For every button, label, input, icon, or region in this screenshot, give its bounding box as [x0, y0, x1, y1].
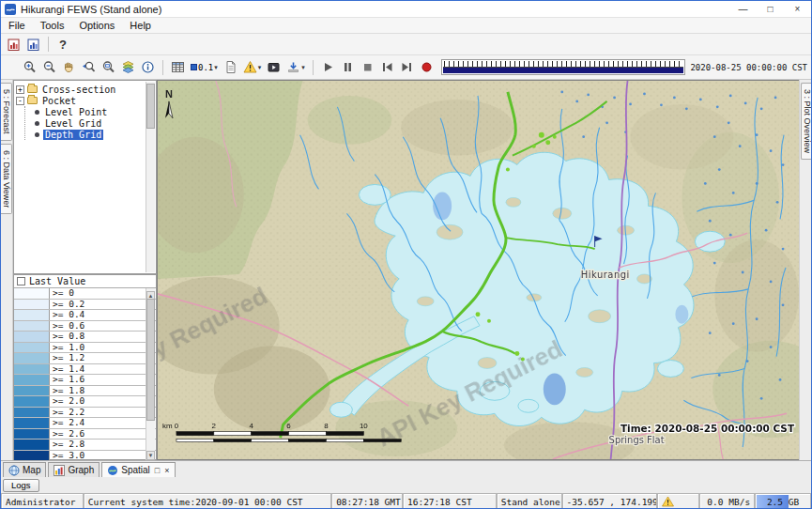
scrollbar-thumb[interactable]: [146, 84, 155, 129]
pause-button[interactable]: [338, 58, 358, 77]
legend-row[interactable]: >= 0.8: [14, 332, 156, 343]
tab-data-viewer[interactable]: 6 : Data Viewer: [1, 144, 12, 214]
menu-tools[interactable]: Tools: [33, 20, 72, 31]
menu-file[interactable]: File: [1, 20, 33, 31]
stop-button[interactable]: [358, 58, 377, 77]
step-back-icon: [380, 60, 394, 74]
warning-dropdown[interactable]: ▾: [240, 58, 265, 77]
tree-item-level-point[interactable]: Level Point: [33, 106, 154, 117]
document-button[interactable]: [221, 58, 240, 77]
spatial-restore-button[interactable]: □: [155, 466, 160, 475]
tab-spatial-label: Spatial: [121, 465, 150, 475]
legend-row[interactable]: >= 2.8: [14, 440, 156, 451]
map-canvas[interactable]: API Key Required API Key Required Hikura…: [158, 81, 800, 459]
export-dropdown[interactable]: ▾: [283, 58, 308, 77]
legend-row[interactable]: >= 2.2: [14, 408, 156, 419]
step-back-button[interactable]: [377, 58, 397, 77]
expand-icon[interactable]: +: [16, 85, 24, 94]
tree-item-level-grid[interactable]: Level Grid: [33, 117, 154, 129]
grid-icon: [171, 60, 185, 74]
animation-button[interactable]: [264, 58, 283, 77]
tab-plot-overview[interactable]: 3 : Plot Overview: [801, 83, 812, 160]
menu-options[interactable]: Options: [71, 20, 122, 31]
tree-item-label: Cross-section: [40, 85, 117, 95]
layers-button[interactable]: [118, 58, 138, 77]
layers-icon: [121, 60, 135, 74]
legend-row[interactable]: >= 0.4: [14, 310, 156, 321]
play-button[interactable]: [318, 58, 338, 77]
hand-icon: [62, 60, 76, 74]
map-time-label: Time: 2020-08-25 00:00:00 CST: [620, 423, 795, 434]
help-button[interactable]: ?: [54, 38, 72, 52]
tree-scrollbar[interactable]: [146, 82, 155, 272]
status-alert[interactable]: [657, 493, 699, 509]
legend-label: >= 1.0: [50, 343, 156, 353]
stop-icon: [360, 60, 375, 74]
zoom-in-button[interactable]: [20, 58, 39, 77]
legend-swatch: [14, 451, 50, 461]
legend-swatch: [14, 288, 50, 299]
close-button[interactable]: ×: [784, 1, 811, 17]
status-bar: Administrator Current system time:2020-0…: [1, 493, 811, 509]
legend-row[interactable]: >= 1.8: [14, 386, 156, 397]
spatial-close-button[interactable]: ×: [164, 466, 169, 475]
zoom-previous-button[interactable]: [79, 58, 99, 77]
collapse-icon[interactable]: -: [16, 97, 24, 105]
layer-bullet-icon: [35, 110, 39, 115]
map-toolbar: 0.1 ▾ ▾ ▾: [1, 55, 811, 80]
legend-swatch: [14, 321, 50, 332]
tree-item-pocket[interactable]: - Pocket: [16, 95, 154, 106]
legend-row[interactable]: >= 1.4: [14, 364, 156, 376]
legend-title: Last Value: [29, 276, 85, 286]
tree-item-depth-grid[interactable]: Depth Grid: [33, 129, 154, 140]
red-report-icon: [7, 38, 21, 52]
menu-help[interactable]: Help: [122, 20, 159, 31]
zoom-out-button[interactable]: [39, 58, 59, 77]
tab-spatial[interactable]: Spatial □ ×: [101, 462, 175, 477]
maximize-button[interactable]: □: [757, 1, 784, 17]
legend-row[interactable]: >= 0: [14, 288, 156, 300]
logs-button[interactable]: Logs: [3, 479, 39, 492]
step-forward-button[interactable]: [397, 58, 417, 77]
legend-swatch: [14, 343, 50, 353]
record-button[interactable]: [417, 58, 437, 77]
legend-row[interactable]: >= 1.0: [14, 343, 156, 354]
tree-item-cross-section[interactable]: + Cross-section: [16, 84, 154, 95]
legend-row[interactable]: >= 3.0: [14, 451, 156, 461]
scrollbar-thumb[interactable]: [146, 299, 155, 421]
pan-button[interactable]: [59, 58, 79, 77]
legend-label: >= 2.8: [50, 440, 156, 450]
legend-scrollbar[interactable]: ▲ ▼: [146, 288, 155, 460]
legend-row[interactable]: >= 2.0: [14, 396, 156, 408]
legend-row[interactable]: >= 1.2: [14, 353, 156, 364]
legend-label: >= 0.8: [50, 332, 156, 342]
tab-graph[interactable]: Graph: [48, 462, 100, 477]
tree-item-label: Level Point: [43, 107, 109, 117]
timeline-slider[interactable]: [441, 59, 686, 75]
legend-row[interactable]: >= 0.2: [14, 300, 156, 311]
last-value-checkbox[interactable]: [17, 277, 25, 285]
legend-row[interactable]: >= 2.6: [14, 429, 156, 440]
legend-swatch: [14, 310, 50, 320]
legend-row[interactable]: >= 1.6: [14, 375, 156, 386]
scale-unit: km: [162, 422, 173, 430]
step-forward-icon: [400, 60, 414, 74]
tab-map[interactable]: Map: [3, 462, 46, 477]
legend-row[interactable]: >= 2.4: [14, 418, 156, 429]
zoom-extent-button[interactable]: [99, 58, 118, 77]
legend-swatch: [14, 429, 50, 440]
legend-row[interactable]: >= 0.6: [14, 321, 156, 332]
projector-icon: [267, 60, 281, 74]
grid-display-button[interactable]: [168, 58, 188, 77]
download-icon: [286, 60, 300, 74]
forecast-manager-button[interactable]: [4, 35, 23, 54]
legend-label: >= 3.0: [50, 451, 156, 461]
minimize-button[interactable]: —: [729, 1, 757, 17]
database-viewer-button[interactable]: [23, 35, 43, 54]
scrollbar-down-button[interactable]: ▼: [146, 451, 155, 460]
legend-swatch: [14, 386, 50, 396]
chevron-down-icon: ▾: [214, 64, 218, 71]
info-button[interactable]: [138, 58, 158, 77]
interval-dropdown[interactable]: 0.1 ▾: [188, 58, 221, 77]
tab-forecast[interactable]: 5 : Forecast: [1, 83, 12, 141]
